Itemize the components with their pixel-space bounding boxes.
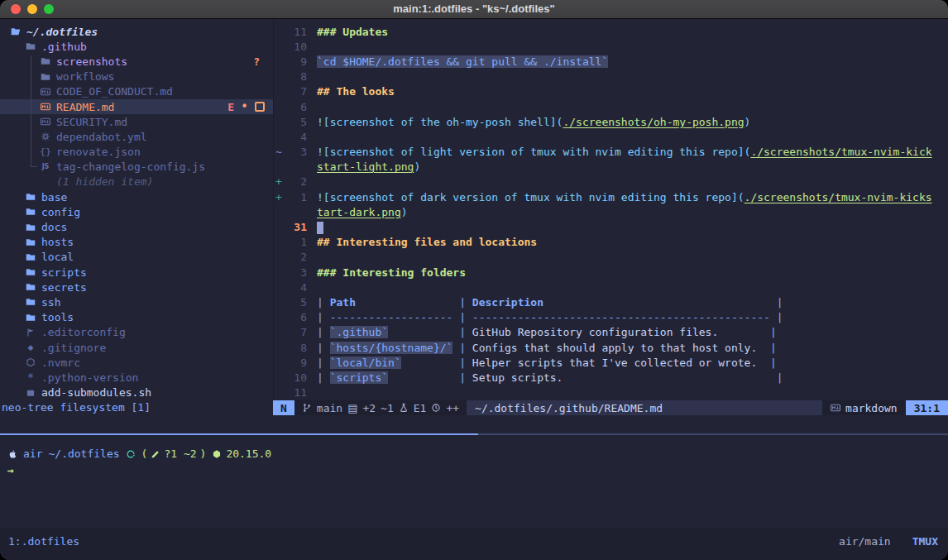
tree-item-dependabot-yml[interactable]: dependabot.yml	[0, 129, 273, 144]
tree-item-scripts[interactable]: scripts	[0, 265, 273, 280]
buffer-line[interactable]: 11### Updates	[274, 24, 948, 39]
buffer-line[interactable]: 31	[274, 219, 948, 234]
tree-item-github[interactable]: .github	[0, 39, 273, 54]
statusline-extra: ++	[446, 402, 459, 414]
tree-item-tools[interactable]: tools	[0, 310, 273, 325]
line-number: 9	[289, 357, 307, 369]
modified-dot-marker: •	[241, 103, 248, 111]
gear-icon	[41, 132, 50, 141]
line-number: 1	[289, 236, 307, 248]
tree-item-add-submodules-sh[interactable]: add-submodules.sh	[0, 385, 273, 400]
buffer-line[interactable]: 11	[274, 385, 948, 400]
buffer-line[interactable]: 4	[274, 280, 948, 294]
markdown-file-icon	[41, 117, 50, 127]
window-title: main:1:.dotfiles - "ks~/.dotfiles"	[0, 0, 948, 18]
buffer-line[interactable]: 9| `local/bin` | Helper scripts that I'v…	[274, 355, 948, 370]
line-text: ## The looks	[317, 85, 395, 98]
shell-input-line[interactable]: →	[0, 462, 948, 478]
diagnostics-error-count: E1	[414, 402, 427, 414]
buffer-line[interactable]: 3### Interesting folders	[274, 265, 948, 280]
buffer-line[interactable]: ~3![screenshot of light version of tmux …	[274, 145, 948, 160]
tree-item-label: ~/.dotfiles	[26, 26, 98, 38]
buffer-line[interactable]: 8| `hosts/{hostname}/` | Configs that sh…	[274, 340, 948, 355]
tree-item-hosts[interactable]: hosts	[0, 235, 273, 250]
buffer-line[interactable]: tart-dark.png)	[274, 204, 948, 219]
tree-item-label: add-submodules.sh	[41, 386, 151, 399]
markdown-link: tart-dark.png	[317, 206, 401, 218]
line-number: 7	[289, 85, 307, 98]
mode-indicator: N	[273, 400, 294, 415]
tree-item-ssh[interactable]: ssh	[0, 294, 273, 309]
tree-item-secrets[interactable]: secrets	[0, 280, 273, 294]
buffer-line[interactable]: 10| `scripts` | Setup scripts. |	[274, 370, 948, 385]
statusline-git-segment: main ▤ +2 ~1 E1 ++	[294, 400, 467, 415]
folder-icon	[26, 297, 36, 307]
line-number: 5	[289, 296, 307, 309]
line-text: ![screenshot of the oh-my-posh shell](./…	[317, 116, 750, 128]
buffer-line[interactable]: 9`cd $HOME/.dotfiles && git pull && ./in…	[274, 54, 948, 69]
tree-item-renovate-json[interactable]: {}renovate.json	[0, 145, 273, 160]
buffer-line[interactable]: 5| Path | Description |	[274, 294, 948, 309]
tree-item-workflows[interactable]: workflows	[0, 69, 273, 84]
tree-item-local[interactable]: local	[0, 250, 273, 265]
tree-item-label: workflows	[56, 70, 114, 83]
buffer-line[interactable]: +2	[274, 175, 948, 189]
prompt-node-version: 20.15.0	[212, 447, 271, 462]
tree-item-gitignore[interactable]: ◆.gitignore	[0, 340, 273, 355]
buffer-line[interactable]: 8	[274, 69, 948, 84]
markdown-file-icon	[41, 87, 50, 97]
inline-code: `cd $HOME/.dotfiles && git pull && ./ins…	[317, 55, 608, 68]
tree-item-1-hidden-item[interactable]: (1 hidden item)	[0, 175, 273, 189]
line-text: | `hosts/{hostname}/` | Configs that sho…	[317, 342, 777, 354]
tree-item-dotfiles[interactable]: ~/.dotfiles	[0, 24, 273, 39]
buffer-line[interactable]: 7## The looks	[274, 84, 948, 99]
minimize-button[interactable]	[27, 4, 37, 14]
buffer-line[interactable]: +1![screenshot of dark version of tmux w…	[274, 189, 948, 204]
close-button[interactable]	[11, 4, 21, 14]
tree-item-screenshots[interactable]: screenshots?	[0, 54, 273, 69]
tree-item-editorconfig[interactable]: .editorconfig	[0, 325, 273, 340]
tree-item-label: tools	[41, 311, 74, 323]
buffer-line[interactable]: 10	[274, 39, 948, 54]
tree-item-readme-md[interactable]: README.mdE•	[0, 99, 273, 114]
buffer-line[interactable]: 4	[274, 129, 948, 144]
markdown-link: ./screenshots/oh-my-posh.png	[563, 116, 744, 128]
tree-item-nvmrc[interactable]: .nvmrc	[0, 355, 273, 370]
tree-item-label: dependabot.yml	[56, 131, 147, 143]
pencil-icon	[151, 449, 160, 459]
zoom-button[interactable]	[44, 4, 54, 14]
tree-item-label: base	[41, 191, 67, 203]
tree-item-tag-changelog-config-js[interactable]: JStag-changelog-config.js	[0, 160, 273, 175]
tree-item-code-of-conduct-md[interactable]: CODE_OF_CONDUCT.md	[0, 84, 273, 99]
tree-item-config[interactable]: config	[0, 204, 273, 219]
tree-item-security-md[interactable]: SECURITY.md	[0, 114, 273, 129]
folder-icon	[26, 207, 36, 217]
braces-icon: {}	[40, 146, 51, 157]
buffer-line[interactable]: 5![screenshot of the oh-my-posh shell](.…	[274, 114, 948, 129]
buffer-line[interactable]: 2	[274, 250, 948, 265]
buffer-line[interactable]: 6| ------------------- | ---------------…	[274, 310, 948, 325]
buffer-line[interactable]: 1## Interesting files and locations	[274, 235, 948, 250]
folder-icon	[26, 192, 36, 202]
tree-item-base[interactable]: base	[0, 189, 273, 204]
tmux-window-tab[interactable]: 1:.dotfiles	[8, 535, 79, 548]
current-line-number: 31	[289, 221, 307, 233]
line-number: 4	[289, 131, 307, 143]
tree-item-label: (1 hidden item)	[56, 175, 153, 188]
js-icon: JS	[42, 163, 50, 170]
line-number: 9	[289, 55, 307, 68]
folder-open-icon	[11, 26, 21, 36]
editor-buffer: 11### Updates109`cd $HOME/.dotfiles && g…	[274, 24, 948, 400]
tree-item-docs[interactable]: docs	[0, 219, 273, 234]
buffer-line[interactable]: 6	[274, 99, 948, 114]
tree-item-label: SECURITY.md	[56, 116, 127, 128]
statusline-position: 31:1	[906, 400, 948, 415]
buffer-line[interactable]: 7| `.github` | GitHub Repository configu…	[274, 325, 948, 340]
line-number: 2	[289, 251, 307, 263]
tree-item-label: local	[41, 251, 74, 263]
tmux-pane-divider[interactable]	[0, 433, 948, 435]
prompt-host: air	[23, 447, 42, 462]
tree-item-python-version[interactable]: *.python-version	[0, 370, 273, 385]
buffer-line[interactable]: start-light.png)	[274, 160, 948, 175]
prompt-git-status: (?1 ~2)	[141, 447, 207, 462]
